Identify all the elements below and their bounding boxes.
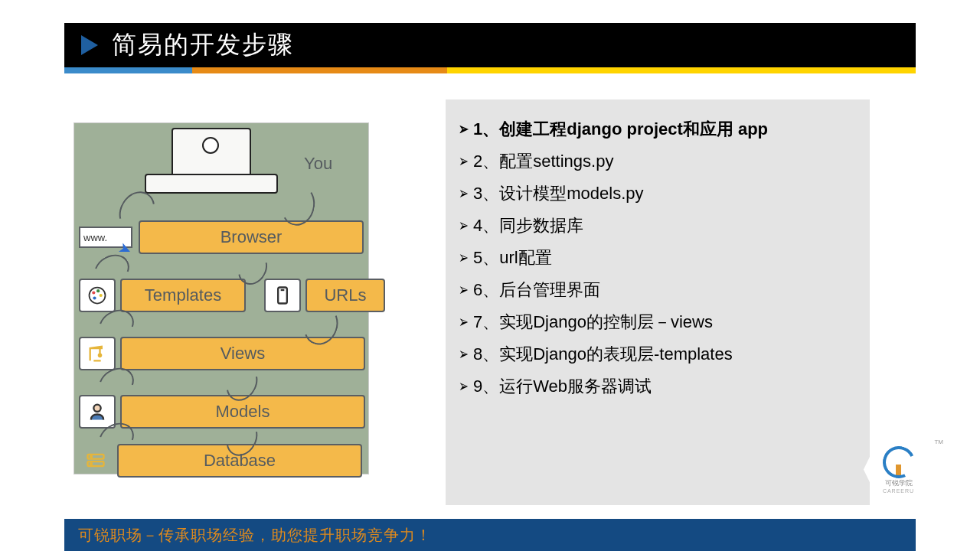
step-item: ➢1、创建工程django project和应用 app <box>456 118 859 141</box>
you-label: You <box>304 154 332 174</box>
step-item: ➢7、实现Django的控制层－views <box>456 311 859 334</box>
chevron-icon: ➢ <box>459 377 469 396</box>
server-icon <box>79 445 113 476</box>
templates-box: Templates <box>120 279 246 312</box>
tm-mark: TM <box>934 439 943 445</box>
views-row: Views <box>79 336 365 371</box>
accent-strip <box>64 67 916 73</box>
brand-logo: 可锐学院 CAREERU <box>861 432 934 505</box>
views-box: Views <box>120 337 365 370</box>
chevron-icon: ➢ <box>459 216 469 236</box>
database-box: Database <box>117 444 362 478</box>
title-bar: 简易的开发步骤 <box>64 23 916 67</box>
laptop-icon <box>145 128 275 197</box>
models-row: Models <box>79 394 365 429</box>
svg-point-2 <box>96 289 100 292</box>
chevron-icon: ➢ <box>459 280 469 300</box>
slide-title: 简易的开发步骤 <box>112 28 294 62</box>
footer-text: 可锐职场－传承职场经验，助您提升职场竞争力！ <box>78 525 432 546</box>
svg-point-6 <box>99 354 101 357</box>
chevron-icon: ➢ <box>459 152 469 171</box>
step-item: ➢5、url配置 <box>456 246 859 269</box>
step-item: ➢2、配置settings.py <box>456 150 859 173</box>
browser-box: Browser <box>139 220 364 254</box>
templates-row: Templates URLs <box>79 278 385 313</box>
phone-icon <box>264 279 301 312</box>
django-flow-diagram: You www. Browser ➤ Templates URLs Views <box>74 122 369 474</box>
svg-point-3 <box>100 294 103 297</box>
database-row: Database <box>79 443 362 478</box>
triangle-icon <box>81 35 98 55</box>
chevron-icon: ➢ <box>459 312 469 332</box>
chevron-icon: ➢ <box>459 119 469 139</box>
step-item: ➢3、设计模型models.py <box>456 182 859 205</box>
chevron-icon: ➢ <box>459 344 469 364</box>
step-item: ➢4、同步数据库 <box>456 214 859 237</box>
crane-icon <box>79 337 116 370</box>
step-item: ➢6、后台管理界面 <box>456 279 859 302</box>
steps-panel: ➢1、创建工程django project和应用 app ➢2、配置settin… <box>446 99 870 505</box>
models-box: Models <box>120 395 365 429</box>
footer-bar: 可锐职场－传承职场经验，助您提升职场竞争力！ <box>64 519 916 551</box>
chevron-icon: ➢ <box>459 184 469 204</box>
person-icon <box>79 395 116 429</box>
svg-point-7 <box>93 405 100 412</box>
svg-point-4 <box>93 296 96 299</box>
urls-box: URLs <box>305 279 385 312</box>
slide: 简易的开发步骤 You www. Browser ➤ Templates URL… <box>0 0 980 551</box>
step-item: ➢8、实现Django的表现层-templates <box>456 343 859 366</box>
step-item: ➢9、运行Web服务器调试 <box>456 375 859 398</box>
svg-point-1 <box>92 291 95 294</box>
chevron-icon: ➢ <box>459 248 469 268</box>
palette-icon <box>79 279 116 312</box>
svg-point-11 <box>90 463 92 465</box>
svg-point-10 <box>90 456 92 458</box>
